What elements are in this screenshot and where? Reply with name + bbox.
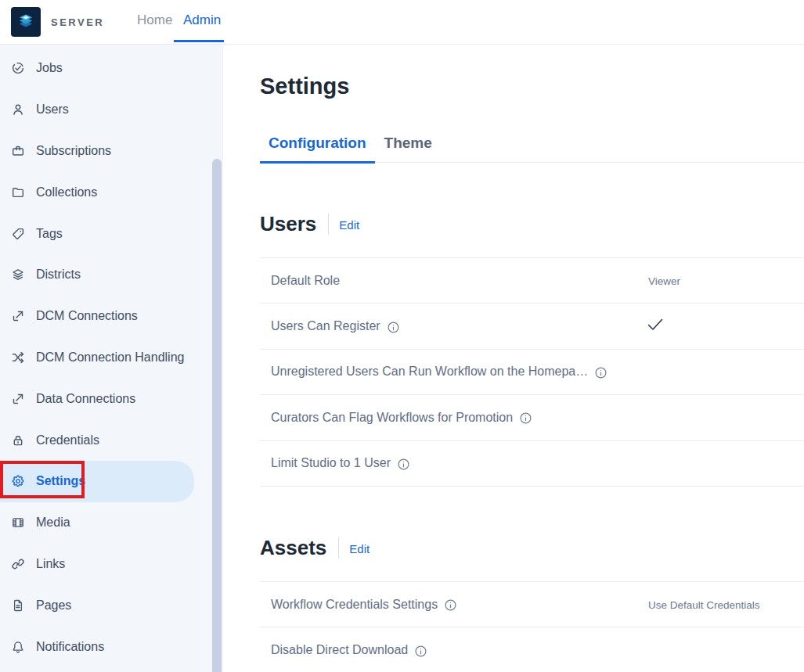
nav-tab-admin[interactable]: Admin <box>183 13 221 28</box>
page-title: Settings <box>260 74 804 99</box>
bell-icon <box>11 640 25 654</box>
arrow-up-right-icon <box>11 309 25 323</box>
settings-tabs: Configuration Theme <box>260 135 804 163</box>
nav-active-underline <box>174 40 224 42</box>
sidebar-item-label: Links <box>36 557 65 571</box>
shuffle-icon <box>11 350 25 365</box>
film-icon <box>11 516 25 530</box>
setting-row-users-can-register: Users Can Register <box>260 304 804 349</box>
tab-configuration[interactable]: Configuration <box>260 135 375 164</box>
sidebar-item-dcm-connection-handling[interactable]: DCM Connection Handling <box>0 337 222 379</box>
sidebar-item-label: DCM Connection Handling <box>36 350 184 365</box>
sidebar-item-pages[interactable]: Pages <box>0 584 222 626</box>
layers-logo-icon <box>11 7 41 37</box>
section-heading: Assets <box>260 536 326 560</box>
sidebar-item-label: Jobs <box>36 61 63 75</box>
sidebar-scrollbar-thumb[interactable] <box>212 159 222 672</box>
assets-edit-button[interactable]: Edit <box>349 541 370 555</box>
document-icon <box>11 598 25 613</box>
assets-settings-table: Workflow Credentials Settings Use Defaul… <box>260 581 804 672</box>
sidebar-item-subscriptions[interactable]: Subscriptions <box>0 131 222 172</box>
sidebar-item-media[interactable]: Media <box>0 502 222 544</box>
info-icon[interactable] <box>595 367 607 379</box>
section-heading: Users <box>260 212 316 236</box>
sidebar-item-label: Collections <box>36 185 97 199</box>
chain-link-icon <box>11 557 25 571</box>
sidebar-item-credentials[interactable]: Credentials <box>0 419 222 461</box>
server-logo[interactable]: SERVER <box>11 7 104 37</box>
sidebar-item-label: Notifications <box>36 640 104 654</box>
layers-icon <box>11 268 25 282</box>
admin-settings-page: SERVER Home Admin Jobs Users <box>0 0 804 672</box>
setting-value: Use Default Credentials <box>648 598 760 610</box>
checkmark-icon <box>647 318 663 334</box>
setting-value: Viewer <box>648 275 680 286</box>
jobs-check-circle-icon <box>11 61 25 75</box>
sidebar-item-dcm-connections[interactable]: DCM Connections <box>0 296 222 337</box>
sidebar-item-label: Credentials <box>36 433 99 447</box>
gear-icon <box>11 474 25 488</box>
sidebar-item-notifications[interactable]: Notifications <box>0 626 222 667</box>
users-section-header: Users Edit <box>260 212 804 236</box>
info-icon[interactable] <box>398 458 409 470</box>
sidebar-item-tags[interactable]: Tags <box>0 213 222 254</box>
tab-theme[interactable]: Theme <box>376 135 441 162</box>
sidebar-item-districts[interactable]: Districts <box>0 254 222 296</box>
users-edit-button[interactable]: Edit <box>339 217 359 232</box>
sidebar-item-collections[interactable]: Collections <box>0 171 222 213</box>
info-icon[interactable] <box>415 645 427 657</box>
person-icon <box>11 102 25 117</box>
sidebar-item-users[interactable]: Users <box>0 89 222 131</box>
lock-icon <box>11 433 25 447</box>
tag-icon <box>11 227 25 241</box>
setting-row-workflow-credentials: Workflow Credentials Settings Use Defaul… <box>260 582 804 627</box>
sidebar-item-data-connections[interactable]: Data Connections <box>0 378 222 419</box>
sidebar-item-settings[interactable]: Settings <box>0 461 194 502</box>
sidebar-item-label: Pages <box>36 598 71 613</box>
setting-row-disable-direct-download: Disable Direct Download <box>260 627 804 672</box>
users-settings-table: Default Role Viewer Users Can Register <box>260 257 804 487</box>
sidebar-item-label: Subscriptions <box>36 144 111 158</box>
top-header: SERVER Home Admin <box>0 0 804 45</box>
admin-sidebar: Jobs Users Subscriptions Collections <box>0 45 223 672</box>
sidebar-item-label: Data Connections <box>36 392 135 406</box>
briefcase-icon <box>11 144 25 158</box>
sidebar-item-label: Media <box>36 516 70 530</box>
nav-tab-home[interactable]: Home <box>137 13 172 28</box>
settings-main-panel: Settings Configuration Theme Users Edit … <box>223 45 804 672</box>
sidebar-item-jobs[interactable]: Jobs <box>0 48 222 89</box>
heading-divider <box>328 214 329 235</box>
sidebar-item-label: Tags <box>36 227 63 241</box>
setting-row-default-role: Default Role Viewer <box>260 258 804 304</box>
heading-divider <box>338 537 339 559</box>
sidebar-item-label: Settings <box>36 474 85 488</box>
info-icon[interactable] <box>445 599 456 611</box>
info-icon[interactable] <box>520 412 532 424</box>
arrow-up-right-icon <box>11 392 25 406</box>
info-icon[interactable] <box>388 322 399 333</box>
setting-row-limit-studio: Limit Studio to 1 User <box>260 441 804 487</box>
sidebar-item-label: DCM Connections <box>36 309 138 323</box>
sidebar-item-label: Users <box>36 102 69 117</box>
setting-row-curators-flag: Curators Can Flag Workflows for Promotio… <box>260 395 804 440</box>
sidebar-item-label: Districts <box>36 268 81 282</box>
sidebar-item-links[interactable]: Links <box>0 544 222 585</box>
setting-row-unregistered-users: Unregistered Users Can Run Workflow on t… <box>260 350 804 395</box>
folder-icon <box>11 185 25 199</box>
logo-label: SERVER <box>51 16 104 28</box>
assets-section-header: Assets Edit <box>260 536 804 560</box>
